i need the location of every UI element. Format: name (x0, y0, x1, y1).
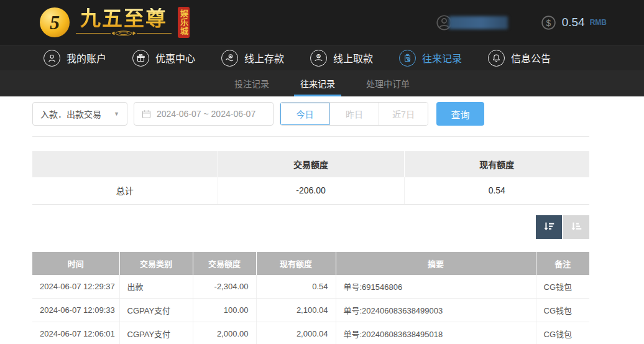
balance-display: $ 0.54 RMB (540, 14, 607, 31)
username-blurred (449, 16, 508, 29)
cell-current-amount: 2,000.04 (256, 322, 336, 344)
cell-time: 2024-06-07 12:29:37 (32, 275, 119, 299)
date-range-input[interactable]: 2024-06-07 ~ 2024-06-07 (134, 102, 274, 126)
sort-controls (32, 215, 589, 239)
top-header: 5 九五至尊 娱乐城 (0, 0, 644, 45)
summary-total-label: 总计 (32, 177, 218, 204)
transactions-table: 时间 交易类别 交易额度 现有额度 摘要 备注 2024-06-07 12:29… (32, 252, 589, 344)
svg-text:$: $ (318, 54, 320, 57)
date-range-value: 2024-06-07 ~ 2024-06-07 (157, 109, 255, 119)
balance-amount: 0.54 (562, 16, 585, 29)
records-icon (399, 50, 416, 67)
summary-header-empty (32, 151, 218, 177)
logged-in-user (436, 14, 508, 31)
brand-name: 九五至尊 (80, 8, 167, 30)
sort-descending-button[interactable] (536, 215, 562, 239)
logo-badge: 娱乐城 (178, 7, 190, 38)
nav-label: 信息公告 (511, 50, 551, 65)
calendar-icon (141, 109, 152, 119)
summary-table: 交易额度 现有额度 总计 -206.00 0.54 (32, 151, 589, 205)
summary-total-row: 总计 -206.00 0.54 (32, 177, 589, 204)
nav-label: 线上存款 (244, 50, 284, 65)
cell-note: CG钱包 (536, 299, 589, 322)
record-subtabs: 投注记录 往来记录 处理中订单 (0, 70, 644, 96)
nav-item-announcements[interactable]: 信息公告 (488, 50, 551, 67)
cell-transaction-type: CGPAY支付 (119, 322, 193, 344)
summary-transaction-amount: -206.00 (218, 177, 404, 204)
svg-text:$: $ (546, 17, 551, 27)
summary-current-amount: 0.54 (404, 177, 589, 204)
logo-flourish-decoration (75, 30, 173, 37)
cell-note: CG钱包 (536, 322, 589, 344)
cell-transaction-amount: -2,304.00 (193, 275, 256, 299)
brand-logo: 5 九五至尊 娱乐城 (40, 7, 190, 38)
table-row: 2024-06-07 12:09:33 CGPAY支付 100.00 2,100… (32, 299, 589, 322)
nav-item-my-account[interactable]: 我的账户 (44, 50, 106, 67)
chevron-down-icon: ▼ (114, 111, 119, 117)
withdraw-icon: $ (310, 50, 327, 67)
nav-item-transaction-records[interactable]: 往来记录 (399, 50, 462, 67)
cell-time: 2024-06-07 12:06:01 (32, 322, 119, 344)
cell-current-amount: 2,100.04 (256, 299, 336, 322)
col-header-transaction-amount: 交易额度 (193, 252, 256, 275)
tab-betting-records[interactable]: 投注记录 (228, 70, 275, 96)
cell-summary: 单号:691546806 (336, 275, 536, 299)
dollar-coin-icon: $ (540, 14, 557, 31)
content-area: 入款．出款交易 ▼ 2024-06-07 ~ 2024-06-07 今日 昨日 … (0, 102, 589, 344)
cell-summary: 单号:202406083638495018 (336, 322, 536, 344)
filter-bar: 入款．出款交易 ▼ 2024-06-07 ~ 2024-06-07 今日 昨日 … (32, 102, 589, 126)
tab-pending-orders[interactable]: 处理中订单 (360, 70, 416, 96)
cell-transaction-amount: 2,000.00 (193, 322, 256, 344)
table-row: 2024-06-07 12:29:37 出款 -2,304.00 0.54 单号… (32, 275, 589, 299)
bell-icon (488, 50, 505, 67)
nav-item-withdraw[interactable]: $ 线上取款 (310, 50, 373, 67)
col-header-summary: 摘要 (336, 252, 536, 275)
logo-monogram: 5 (40, 7, 70, 37)
cell-note: CG钱包 (536, 275, 589, 299)
cell-transaction-type: 出款 (119, 275, 193, 299)
nav-item-deposit[interactable]: 线上存款 (221, 50, 284, 67)
transaction-type-value: 入款．出款交易 (40, 108, 101, 120)
transaction-type-select[interactable]: 入款．出款交易 ▼ (32, 102, 127, 126)
summary-header-current-amount: 现有额度 (404, 151, 589, 177)
col-header-note: 备注 (536, 252, 589, 275)
cell-transaction-amount: 100.00 (193, 299, 256, 322)
query-button[interactable]: 查询 (436, 102, 484, 126)
table-row: 2024-06-07 12:06:01 CGPAY支付 2,000.00 2,0… (32, 322, 589, 344)
main-navigation: 我的账户 优惠中心 线上存款 $ 线上取款 往来记录 信息公告 (0, 45, 644, 70)
nav-item-promotions[interactable]: 优惠中心 (132, 50, 195, 67)
quick-range-last7days-button[interactable]: 近7日 (379, 103, 428, 125)
sort-descending-icon (542, 220, 556, 234)
tab-transaction-records[interactable]: 往来记录 (294, 70, 341, 96)
table-header-row: 时间 交易类别 交易额度 现有额度 摘要 备注 (32, 252, 589, 275)
cell-current-amount: 0.54 (256, 275, 336, 299)
quick-range-yesterday-button[interactable]: 昨日 (329, 103, 379, 125)
col-header-time: 时间 (32, 252, 119, 275)
col-header-transaction-type: 交易类别 (119, 252, 193, 275)
user-icon (44, 50, 60, 67)
sort-ascending-button[interactable] (563, 215, 589, 239)
cell-time: 2024-06-07 12:09:33 (32, 299, 119, 322)
deposit-icon (221, 50, 238, 67)
nav-label: 优惠中心 (155, 50, 195, 65)
summary-header-transaction-amount: 交易额度 (218, 151, 404, 177)
nav-label: 线上取款 (333, 50, 373, 65)
nav-label: 我的账户 (67, 50, 106, 65)
cell-summary: 单号:202406083638499003 (336, 299, 536, 322)
col-header-current-amount: 现有额度 (256, 252, 336, 275)
quick-range-today-button[interactable]: 今日 (280, 103, 329, 125)
section-divider (32, 136, 589, 137)
sort-ascending-icon (569, 220, 583, 234)
cell-transaction-type: CGPAY支付 (119, 299, 193, 322)
quick-range-group: 今日 昨日 近7日 (280, 102, 428, 126)
balance-currency: RMB (590, 18, 607, 27)
gift-icon (132, 50, 149, 67)
nav-label: 往来记录 (422, 50, 462, 65)
